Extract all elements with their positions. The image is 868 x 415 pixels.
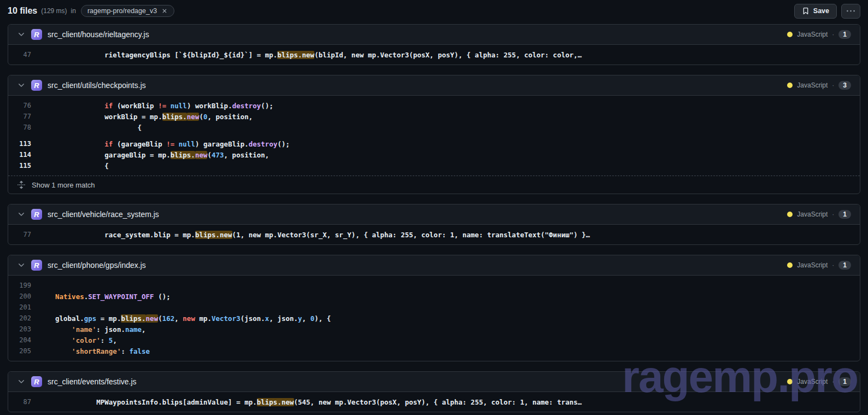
collapse-file-button[interactable] bbox=[17, 30, 26, 39]
search-timing: (129 ms) bbox=[41, 7, 67, 15]
file-path-link[interactable]: src_client/phone/gps/index.js bbox=[48, 261, 146, 270]
code-line[interactable]: 76 if (workBlip != null) workBlip.destro… bbox=[8, 100, 860, 111]
code-segment: 162 bbox=[162, 314, 175, 323]
code-line[interactable]: 202global.gps = mp.blips.new(162, new mp… bbox=[8, 313, 860, 324]
code-segment: , bbox=[142, 325, 146, 334]
code-segment: ( bbox=[207, 151, 212, 159]
collapse-file-button[interactable] bbox=[17, 261, 26, 270]
code-segment: 'name' bbox=[72, 325, 96, 334]
file-card-header: Rsrc_client/vehicle/race_system.jsJavaSc… bbox=[8, 204, 860, 225]
code-line[interactable]: 78 { bbox=[8, 122, 860, 133]
save-label: Save bbox=[813, 7, 829, 15]
file-path-link[interactable]: src_client/house/rieltagency.js bbox=[48, 30, 149, 39]
code-segment: : json. bbox=[96, 325, 125, 334]
code-line[interactable]: 114 garageBlip = mp.blips.new(473, posit… bbox=[8, 149, 860, 160]
language-label: JavaScript bbox=[797, 211, 828, 218]
language-color-dot bbox=[787, 379, 793, 384]
file-card-header: Rsrc_client/utils/checkpoints.jsJavaScri… bbox=[8, 75, 860, 96]
search-match: blips.new bbox=[257, 398, 294, 406]
code-segment: if bbox=[104, 102, 113, 110]
show-more-matches-button[interactable]: Show 1 more match bbox=[8, 176, 860, 194]
line-number[interactable]: 114 bbox=[8, 151, 31, 159]
code-segment: , bbox=[174, 314, 183, 323]
more-options-button[interactable] bbox=[841, 4, 860, 19]
line-number[interactable]: 87 bbox=[8, 398, 31, 406]
code-segment: = mp. bbox=[96, 314, 121, 323]
code-line[interactable]: 77 race_system.blip = mp.blips.new(1, ne… bbox=[8, 229, 860, 240]
line-number[interactable]: 76 bbox=[8, 102, 31, 109]
collapse-file-button[interactable] bbox=[17, 210, 26, 219]
line-number[interactable]: 113 bbox=[8, 140, 31, 148]
line-number[interactable]: 199 bbox=[8, 282, 31, 289]
close-icon[interactable] bbox=[161, 8, 168, 14]
search-match: new bbox=[146, 314, 159, 323]
code-text: 'color': 5, bbox=[31, 336, 117, 344]
results-count: 10 files bbox=[8, 6, 37, 16]
code-segment: { bbox=[55, 124, 142, 132]
code-line[interactable]: 201 bbox=[8, 302, 860, 313]
code-text: MPWaypointsInfo.blips[adminValue] = mp.b… bbox=[31, 398, 582, 406]
file-result-card: Rsrc_client/house/rieltagency.jsJavaScri… bbox=[8, 24, 860, 65]
code-snippets: 87 MPWaypointsInfo.blips[adminValue] = m… bbox=[8, 392, 860, 412]
file-path-link[interactable]: src_client/events/festive.js bbox=[48, 377, 137, 386]
file-path-link[interactable]: src_client/vehicle/race_system.js bbox=[48, 210, 159, 219]
code-text: if (workBlip != null) workBlip.destroy()… bbox=[31, 102, 273, 110]
code-segment: ( bbox=[199, 113, 203, 121]
code-segment: (); bbox=[154, 293, 171, 301]
code-segment: race_system.blip = mp. bbox=[55, 231, 195, 239]
match-count-badge: 1 bbox=[838, 377, 851, 386]
file-meta: JavaScript·3 bbox=[787, 81, 851, 90]
code-line[interactable]: 77 workBlip = mp.blips.new(0, position, bbox=[8, 111, 860, 122]
chevron-down-icon bbox=[17, 377, 26, 386]
code-segment: SET_WAYPOINT_OFF bbox=[88, 293, 154, 301]
code-text: { bbox=[31, 124, 142, 132]
chevron-down-icon bbox=[17, 210, 26, 219]
line-number[interactable]: 200 bbox=[8, 293, 31, 300]
collapse-file-button[interactable] bbox=[17, 377, 26, 386]
repo-filter-chip[interactable]: ragemp-pro/redage_v3 bbox=[81, 5, 174, 17]
save-search-button[interactable]: Save bbox=[794, 4, 837, 19]
code-segment: != bbox=[158, 102, 166, 110]
language-color-dot bbox=[787, 212, 793, 217]
line-number[interactable]: 205 bbox=[8, 347, 31, 355]
line-number[interactable]: 203 bbox=[8, 325, 31, 333]
code-text: Natives.SET_WAYPOINT_OFF (); bbox=[31, 293, 171, 301]
code-segment: { bbox=[55, 162, 109, 170]
code-segment: 473 bbox=[212, 151, 224, 159]
code-line[interactable]: 47 rieltagencyBlips [`${blipId}_${id}`] … bbox=[8, 49, 860, 60]
file-result-card: Rsrc_client/events/festive.jsJavaScript·… bbox=[8, 371, 860, 412]
file-path-link[interactable]: src_client/utils/checkpoints.js bbox=[48, 81, 146, 90]
collapse-file-button[interactable] bbox=[17, 81, 26, 90]
code-text: 'shortRange': false bbox=[31, 347, 150, 355]
code-line[interactable]: 115 { bbox=[8, 160, 860, 171]
code-segment: MPWaypointsInfo.blips[adminValue] = mp. bbox=[55, 398, 257, 406]
code-line[interactable]: 205 'shortRange': false bbox=[8, 346, 860, 356]
code-line[interactable]: 204 'color': 5, bbox=[8, 335, 860, 346]
code-line[interactable]: 200Natives.SET_WAYPOINT_OFF (); bbox=[8, 291, 860, 302]
code-line[interactable]: 203 'name': json.name, bbox=[8, 324, 860, 335]
match-group: 47 rieltagencyBlips [`${blipId}_${id}`] … bbox=[8, 49, 860, 60]
chevron-down-icon bbox=[17, 81, 26, 90]
meta-separator: · bbox=[832, 378, 834, 385]
code-snippets: 199200Natives.SET_WAYPOINT_OFF ();201202… bbox=[8, 276, 860, 361]
file-result-card: Rsrc_client/phone/gps/index.jsJavaScript… bbox=[8, 255, 860, 361]
line-number[interactable]: 202 bbox=[8, 314, 31, 322]
code-line[interactable]: 113 if (garageBlip != null) garageBlip.d… bbox=[8, 138, 860, 149]
search-results-topbar: 10 files (129 ms) in ragemp-pro/redage_v… bbox=[0, 0, 868, 19]
line-number[interactable]: 47 bbox=[8, 51, 31, 59]
ragemp-file-icon: R bbox=[31, 376, 42, 387]
code-segment: if bbox=[104, 140, 113, 148]
code-segment bbox=[55, 347, 72, 355]
code-snippets: 77 race_system.blip = mp.blips.new(1, ne… bbox=[8, 225, 860, 244]
line-number[interactable]: 77 bbox=[8, 113, 31, 120]
code-line[interactable]: 199 bbox=[8, 280, 860, 291]
code-segment: garageBlip = mp. bbox=[55, 151, 171, 159]
line-number[interactable]: 115 bbox=[8, 162, 31, 169]
line-number[interactable]: 78 bbox=[8, 124, 31, 131]
line-number[interactable]: 201 bbox=[8, 303, 31, 311]
search-match: new bbox=[195, 151, 208, 159]
line-number[interactable]: 77 bbox=[8, 231, 31, 238]
line-number[interactable]: 204 bbox=[8, 336, 31, 344]
code-segment: ) garageBlip. bbox=[195, 140, 249, 148]
code-line[interactable]: 87 MPWaypointsInfo.blips[adminValue] = m… bbox=[8, 396, 860, 407]
